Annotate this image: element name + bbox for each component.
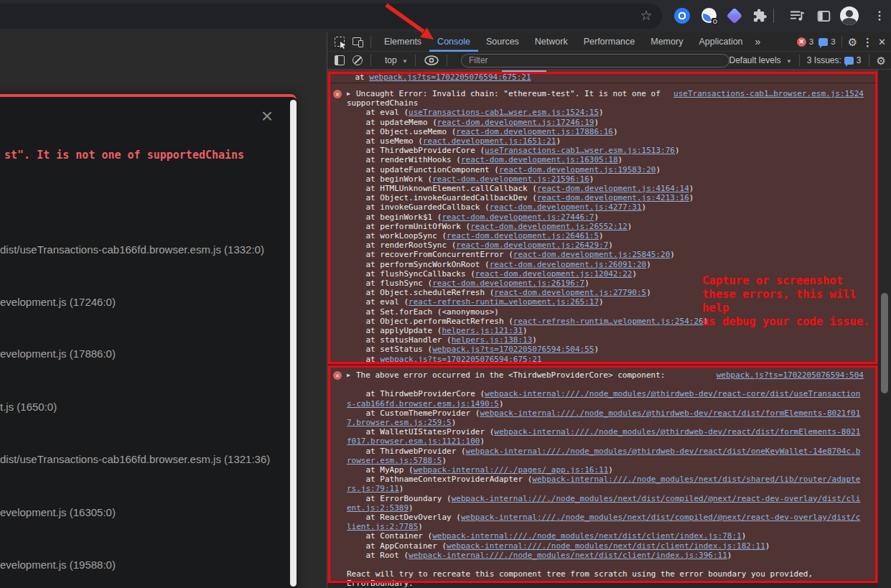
- console-settings-gear-icon[interactable]: ⚙: [877, 51, 886, 70]
- gradient-diamond-extension-icon[interactable]: [727, 8, 743, 24]
- devtools-panel: ElementsConsoleSourcesNetworkPerformance…: [327, 32, 891, 588]
- stack-frame-path: dist/useTransactions-cab166fd.browser.es…: [0, 453, 270, 465]
- source-location-link[interactable]: webpack-internal:///./node_modules/next/…: [409, 551, 727, 560]
- stack-text: at renderRootSync (: [347, 241, 456, 250]
- console-scrollbar-thumb[interactable]: [881, 293, 888, 393]
- source-location-link[interactable]: helpers.js:121:31: [442, 326, 523, 335]
- stack-line: at AppContainer (webpack-internal:///./n…: [347, 541, 864, 551]
- source-location-link[interactable]: react-refresh-runtim…velopment.js:254:26: [513, 317, 704, 326]
- address-bar[interactable]: [0, 4, 662, 29]
- source-location-link[interactable]: webpack-internal:///./node_modules/next/…: [447, 541, 765, 551]
- tab-performance[interactable]: Performance: [576, 32, 643, 52]
- tab-application[interactable]: Application: [691, 32, 750, 52]
- source-location-link[interactable]: webpack-internal:///./pages/_app.js:16:1…: [414, 465, 609, 475]
- source-location-link[interactable]: react-dom.development.js:4277:31: [490, 202, 642, 212]
- extensions-puzzle-icon[interactable]: [752, 8, 768, 24]
- error-source-link[interactable]: webpack.js?ts=1702205076594:504: [717, 370, 864, 380]
- stack-text: at Object.scheduleRefresh (: [347, 288, 494, 297]
- source-location-link[interactable]: webpack.js?ts=1702205076594:675:21: [380, 355, 541, 364]
- issues-count-badge[interactable]: 3: [818, 37, 835, 46]
- source-location-link[interactable]: react.development.js:1651:21: [423, 136, 556, 146]
- blue-circle-extension-icon[interactable]: [674, 8, 690, 24]
- disclosure-triangle-icon[interactable]: ▶: [347, 370, 356, 380]
- source-location-link[interactable]: react-dom.development.js:27446:7: [442, 213, 594, 222]
- default-levels-dropdown[interactable]: Default levels ▼: [729, 55, 792, 65]
- tab-console[interactable]: Console: [429, 32, 478, 52]
- console-row-previous: at webpack.js?ts=1702205076594:675:21: [336, 73, 531, 82]
- console-sidebar-toggle-icon[interactable]: [334, 55, 345, 66]
- issues-bubble-icon: [844, 57, 854, 65]
- devtools-close-icon[interactable]: ✕: [878, 32, 886, 52]
- bookmark-star-icon[interactable]: ☆: [638, 8, 654, 24]
- source-location-link[interactable]: react-dom.development.js:4164:14: [537, 184, 689, 193]
- source-location-link[interactable]: react-dom.development.js:17246:19: [437, 118, 594, 127]
- source-location-link[interactable]: react-dom.development.js:16305:18: [461, 155, 618, 164]
- source-location-link[interactable]: react-dom.development.js:25845:20: [513, 250, 671, 259]
- source-location-link[interactable]: react-dom.development.js:26552:12: [470, 222, 628, 231]
- live-expression-eye-icon[interactable]: [424, 55, 439, 66]
- clock-extension-icon[interactable]: [701, 8, 717, 23]
- toolbar-separator: [799, 55, 800, 66]
- source-location-link[interactable]: react-dom.development.js:4213:16: [537, 193, 689, 202]
- stack-line: at flushSyncCallbacks (react-dom.develop…: [347, 269, 864, 279]
- overlay-close-icon[interactable]: ×: [256, 106, 278, 127]
- source-location-link[interactable]: react-dom.development.js:26091:20: [490, 260, 647, 269]
- source-location-link[interactable]: useTransactions-cab1…wser.esm.js:1524:15: [409, 108, 599, 117]
- stack-text: ): [689, 193, 694, 202]
- tab-elements[interactable]: Elements: [376, 32, 429, 52]
- device-toolbar-icon[interactable]: [352, 36, 363, 47]
- devtools-menu-kebab-icon[interactable]: ⋮: [862, 32, 873, 52]
- error-count-badge[interactable]: ✕ 3: [797, 37, 813, 47]
- source-location-link[interactable]: react-dom.development.js:26196:7: [432, 279, 584, 288]
- stack-line: at PathnameContextProviderAdapter (webpa…: [347, 475, 864, 493]
- error-source-link[interactable]: useTransactions-cab1…browser.esm.js:1524: [673, 89, 864, 98]
- stack-text: ): [599, 108, 604, 117]
- inspect-element-icon[interactable]: [334, 36, 345, 47]
- stack-text: at Object.invokeGuardedCallbackDev (: [347, 193, 537, 202]
- disclosure-triangle-icon[interactable]: ▶: [347, 89, 356, 98]
- console-filter-input[interactable]: [461, 54, 729, 67]
- tab-network[interactable]: Network: [527, 32, 576, 52]
- stack-text: ): [452, 418, 457, 427]
- issues-summary[interactable]: 3 Issues: 3: [807, 55, 862, 65]
- browser-menu-kebab-icon[interactable]: ⋮: [873, 9, 886, 23]
- side-panel-icon[interactable]: [816, 9, 831, 24]
- stack-text: at Object.useMemo (: [347, 127, 456, 136]
- source-location-link[interactable]: react-refresh-runtim…velopment.js:265:17: [409, 297, 599, 307]
- stack-text: ): [656, 165, 661, 174]
- source-location-link[interactable]: webpack.js?ts=1702205076594:504:55: [432, 345, 594, 354]
- source-location-link[interactable]: react-dom.development.js:21596:16: [432, 174, 589, 184]
- execution-context-selector[interactable]: top ▼: [385, 55, 408, 65]
- stack-text: ): [532, 335, 537, 345]
- devtools-settings-gear-icon[interactable]: ⚙: [848, 32, 857, 52]
- source-location-link[interactable]: react-dom.development.js:27790:5: [494, 288, 646, 297]
- source-location-link[interactable]: webpack-internal:///./node_modules/next/…: [432, 531, 741, 541]
- source-location-link[interactable]: react-dom.development.js:26461:5: [447, 231, 599, 241]
- stack-text: ): [594, 345, 599, 354]
- source-location-link[interactable]: useTransactions-cab1…wser.esm.js:1513:76: [485, 146, 675, 155]
- stack-line: at ThirdwebProviderCore (webpack-interna…: [347, 389, 864, 408]
- tab-sources[interactable]: Sources: [478, 32, 527, 52]
- stack-text: at beginWork$1 (: [347, 213, 442, 222]
- more-tabs-icon[interactable]: »: [751, 32, 765, 52]
- stack-line: at ThirdwebProvider (webpack-internal://…: [347, 447, 864, 465]
- source-location-link[interactable]: react-dom.development.js:17886:16: [456, 127, 613, 136]
- source-location-link[interactable]: webpack.js?ts=1702205076594:675:21: [369, 73, 531, 82]
- source-location-link[interactable]: react-dom.development.js:19583:20: [499, 165, 656, 174]
- source-location-link[interactable]: react-dom.development.js:26429:7: [456, 241, 608, 250]
- clear-console-icon[interactable]: [352, 55, 363, 66]
- stack-text: ): [646, 260, 651, 269]
- source-location-link[interactable]: react-dom.development.js:12042:22: [475, 269, 633, 279]
- overlay-scrollbar[interactable]: [290, 100, 297, 587]
- issues-summary-label: 3 Issues:: [807, 55, 841, 65]
- source-location-link[interactable]: helpers.js:138:13: [452, 335, 533, 345]
- media-controls-icon[interactable]: [789, 8, 805, 24]
- stack-text: at applyUpdate (: [347, 326, 442, 335]
- stack-line: at performSyncWorkOnRoot (react-dom.deve…: [347, 260, 864, 269]
- avatar-body: [842, 18, 857, 25]
- tab-memory[interactable]: Memory: [643, 32, 691, 52]
- stack-text: ): [480, 437, 485, 446]
- stack-line: at eval (useTransactions-cab1…wser.esm.j…: [347, 108, 864, 117]
- profile-avatar[interactable]: [840, 6, 859, 25]
- console-scrollbar-track[interactable]: [878, 70, 891, 588]
